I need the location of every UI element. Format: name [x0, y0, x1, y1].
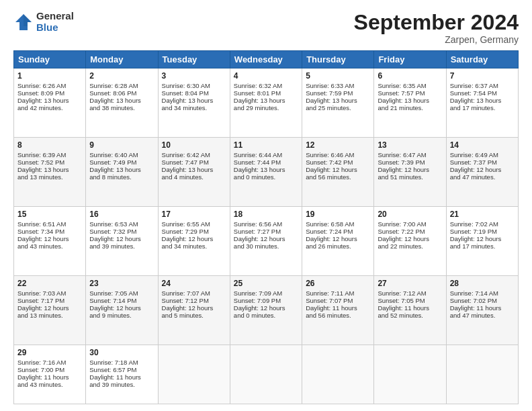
header-row: Sunday Monday Tuesday Wednesday Thursday…	[14, 51, 519, 68]
calendar-table: Sunday Monday Tuesday Wednesday Thursday…	[13, 50, 519, 404]
day-empty-2	[230, 345, 302, 404]
day-14: 14 Sunrise: 6:49 AMSunset: 7:37 PMDaylig…	[446, 138, 518, 207]
subtitle: Zarpen, Germany	[354, 34, 519, 45]
day-15: 15 Sunrise: 6:51 AMSunset: 7:34 PMDaylig…	[14, 207, 86, 276]
day-18: 18 Sunrise: 6:56 AMSunset: 7:27 PMDaylig…	[230, 207, 302, 276]
day-5: 5 Sunrise: 6:33 AMSunset: 7:59 PMDayligh…	[302, 68, 374, 138]
logo-text: General Blue	[36, 11, 74, 33]
day-8: 8 Sunrise: 6:39 AMSunset: 7:52 PMDayligh…	[14, 138, 86, 207]
day-7: 7 Sunrise: 6:37 AMSunset: 7:54 PMDayligh…	[446, 68, 518, 138]
logo-icon	[13, 12, 34, 32]
col-monday: Monday	[86, 51, 158, 68]
header: General Blue September 2024 Zarpen, Germ…	[13, 11, 519, 45]
logo-general-text: General	[36, 11, 74, 22]
day-30: 30 Sunrise: 7:18 AMSunset: 6:57 PMDaylig…	[86, 345, 158, 404]
day-1: 1 Sunrise: 6:26 AMSunset: 8:09 PMDayligh…	[14, 68, 86, 138]
col-sunday: Sunday	[14, 51, 86, 68]
week-3: 15 Sunrise: 6:51 AMSunset: 7:34 PMDaylig…	[14, 207, 519, 276]
day-13: 13 Sunrise: 6:47 AMSunset: 7:39 PMDaylig…	[374, 138, 446, 207]
day-2: 2 Sunrise: 6:28 AMSunset: 8:06 PMDayligh…	[86, 68, 158, 138]
col-thursday: Thursday	[302, 51, 374, 68]
day-17: 17 Sunrise: 6:55 AMSunset: 7:29 PMDaylig…	[158, 207, 230, 276]
week-1: 1 Sunrise: 6:26 AMSunset: 8:09 PMDayligh…	[14, 68, 519, 138]
col-saturday: Saturday	[446, 51, 518, 68]
day-21: 21 Sunrise: 7:02 AMSunset: 7:19 PMDaylig…	[446, 207, 518, 276]
day-19: 19 Sunrise: 6:58 AMSunset: 7:24 PMDaylig…	[302, 207, 374, 276]
day-20: 20 Sunrise: 7:00 AMSunset: 7:22 PMDaylig…	[374, 207, 446, 276]
day-9: 9 Sunrise: 6:40 AMSunset: 7:49 PMDayligh…	[86, 138, 158, 207]
day-12: 12 Sunrise: 6:46 AMSunset: 7:42 PMDaylig…	[302, 138, 374, 207]
day-6: 6 Sunrise: 6:35 AMSunset: 7:57 PMDayligh…	[374, 68, 446, 138]
svg-marker-1	[24, 14, 32, 26]
day-26: 26 Sunrise: 7:11 AMSunset: 7:07 PMDaylig…	[302, 276, 374, 345]
week-4: 22 Sunrise: 7:03 AMSunset: 7:17 PMDaylig…	[14, 276, 519, 345]
day-4: 4 Sunrise: 6:32 AMSunset: 8:01 PMDayligh…	[230, 68, 302, 138]
week-2: 8 Sunrise: 6:39 AMSunset: 7:52 PMDayligh…	[14, 138, 519, 207]
page: General Blue September 2024 Zarpen, Germ…	[0, 0, 532, 411]
day-28: 28 Sunrise: 7:14 AMSunset: 7:02 PMDaylig…	[446, 276, 518, 345]
logo: General Blue	[13, 11, 74, 33]
week-5: 29 Sunrise: 7:16 AMSunset: 7:00 PMDaylig…	[14, 345, 519, 404]
day-16: 16 Sunrise: 6:53 AMSunset: 7:32 PMDaylig…	[86, 207, 158, 276]
col-tuesday: Tuesday	[158, 51, 230, 68]
main-title: September 2024	[354, 11, 519, 34]
day-24: 24 Sunrise: 7:07 AMSunset: 7:12 PMDaylig…	[158, 276, 230, 345]
title-block: September 2024 Zarpen, Germany	[354, 11, 519, 45]
day-empty-5	[446, 345, 518, 404]
day-22: 22 Sunrise: 7:03 AMSunset: 7:17 PMDaylig…	[14, 276, 86, 345]
day-3: 3 Sunrise: 6:30 AMSunset: 8:04 PMDayligh…	[158, 68, 230, 138]
col-friday: Friday	[374, 51, 446, 68]
day-empty-1	[158, 345, 230, 404]
day-11: 11 Sunrise: 6:44 AMSunset: 7:44 PMDaylig…	[230, 138, 302, 207]
col-wednesday: Wednesday	[230, 51, 302, 68]
day-23: 23 Sunrise: 7:05 AMSunset: 7:14 PMDaylig…	[86, 276, 158, 345]
logo-blue-text: Blue	[36, 22, 74, 34]
day-25: 25 Sunrise: 7:09 AMSunset: 7:09 PMDaylig…	[230, 276, 302, 345]
day-empty-3	[302, 345, 374, 404]
day-empty-4	[374, 345, 446, 404]
day-29: 29 Sunrise: 7:16 AMSunset: 7:00 PMDaylig…	[14, 345, 86, 404]
day-10: 10 Sunrise: 6:42 AMSunset: 7:47 PMDaylig…	[158, 138, 230, 207]
day-27: 27 Sunrise: 7:12 AMSunset: 7:05 PMDaylig…	[374, 276, 446, 345]
